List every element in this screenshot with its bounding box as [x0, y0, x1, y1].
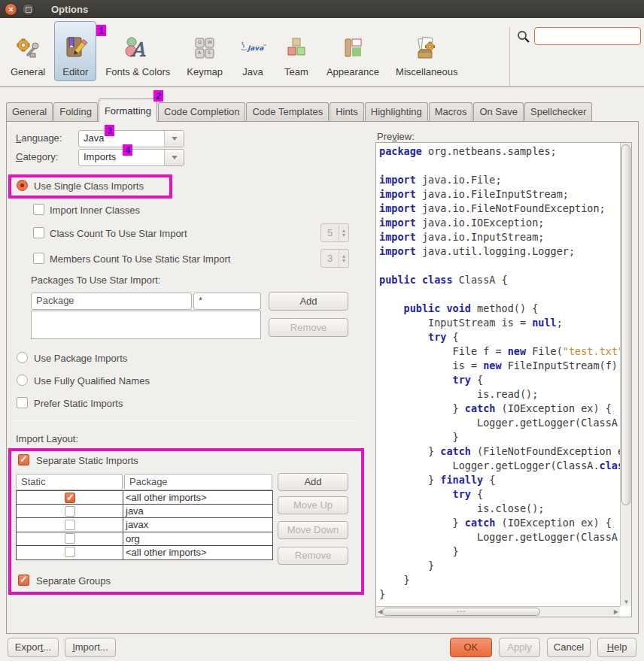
package-add-button[interactable]: Add	[269, 292, 348, 311]
export-button[interactable]: Export...	[8, 638, 59, 657]
use-single-class-imports-radio[interactable]	[17, 180, 28, 191]
tab-formatting[interactable]: Formatting	[99, 99, 157, 122]
table-row[interactable]: <all other imports>	[17, 546, 272, 559]
tab-highlighting[interactable]: Highlighting	[365, 102, 428, 122]
class-count-checkbox[interactable]	[33, 227, 44, 238]
table-row[interactable]: javax	[17, 518, 272, 532]
tab-macros[interactable]: Macros	[429, 102, 473, 122]
code-line: } catch (FileNotFoundException ex) {	[379, 444, 620, 459]
apply-button[interactable]: Apply	[499, 638, 540, 657]
chevron-down-icon	[164, 131, 184, 147]
vertical-scroll-thumb[interactable]	[621, 144, 630, 505]
code-line	[379, 287, 620, 302]
horizontal-scroll-thumb[interactable]	[382, 608, 540, 616]
general-icon	[14, 35, 41, 62]
vertical-scrollbar[interactable]: ▲ ▼	[620, 143, 631, 606]
ok-button[interactable]: OK	[450, 638, 492, 657]
search-input[interactable]	[534, 27, 641, 45]
static-checkbox[interactable]	[65, 533, 75, 544]
spinner-arrows-icon[interactable]: ▲▼	[339, 250, 348, 267]
code-line: }	[379, 544, 620, 559]
class-count-spinner[interactable]: 5 ▲▼	[320, 223, 349, 242]
static-checkbox[interactable]	[65, 506, 75, 517]
scroll-down-icon[interactable]: ▼	[621, 599, 632, 605]
static-checkbox[interactable]	[65, 493, 75, 503]
spinner-arrows-icon[interactable]: ▲▼	[339, 224, 348, 241]
section-divider	[13, 420, 356, 421]
code-line: Logger.getLogger(ClassA.class	[379, 416, 620, 430]
package-remove-button[interactable]: Remove	[269, 318, 348, 337]
package-column-header[interactable]: Package	[124, 474, 272, 490]
members-count-spinner[interactable]: 3 ▲▼	[320, 249, 349, 268]
static-column-header[interactable]: Static	[16, 474, 123, 490]
static-checkbox[interactable]	[65, 520, 75, 530]
code-line: try {	[379, 330, 620, 344]
table-row[interactable]: java	[17, 505, 272, 518]
scroll-right-icon[interactable]: ▶	[614, 608, 618, 615]
tab-code-completion[interactable]: Code Completion	[158, 102, 245, 122]
star-column-header[interactable]: *	[193, 293, 261, 310]
category-appearance[interactable]: Appearance	[319, 21, 387, 81]
import-button[interactable]: Import...	[65, 638, 116, 657]
package-cell: <all other imports>	[123, 491, 272, 504]
team-icon	[283, 35, 310, 62]
layout-move-up-button[interactable]: Move Up	[278, 496, 348, 514]
tab-on-save[interactable]: On Save	[473, 102, 524, 122]
separate-groups-label: Separate Groups	[36, 575, 111, 587]
horizontal-scrollbar[interactable]: ◀ ▶	[376, 606, 620, 617]
table-row[interactable]: <all other imports>	[17, 491, 272, 505]
tab-code-templates[interactable]: Code Templates	[246, 102, 329, 122]
chevron-down-icon	[164, 150, 184, 165]
svg-text:™: ™	[263, 44, 266, 47]
preview-label: Preview:	[377, 131, 415, 142]
static-cell	[17, 518, 123, 531]
package-star-list[interactable]	[31, 311, 261, 339]
search-icon	[516, 29, 531, 47]
layout-remove-button[interactable]: Remove	[278, 547, 348, 565]
category-editor[interactable]: Editor	[54, 21, 96, 81]
code-line: }	[379, 430, 620, 444]
separate-groups-checkbox[interactable]	[18, 575, 29, 586]
layout-move-down-button[interactable]: Move Down	[278, 521, 348, 539]
tab-spellchecker[interactable]: Spellchecker	[524, 102, 592, 122]
tab-general[interactable]: General	[6, 102, 53, 122]
static-cell	[17, 491, 123, 504]
members-count-checkbox[interactable]	[33, 253, 44, 264]
code-line: try {	[379, 487, 620, 502]
tab-folding[interactable]: Folding	[53, 102, 98, 122]
dialog-footer: Export... Import... OK Apply Cancel Help	[0, 634, 644, 661]
table-row[interactable]: org	[17, 532, 272, 546]
category-team[interactable]: Team	[275, 21, 317, 81]
code-line: Logger.getLogger(ClassA.class	[379, 530, 620, 544]
window-maximize-button[interactable]	[22, 3, 35, 16]
code-line: File f = new File("test.txt");	[379, 344, 620, 359]
window-close-button[interactable]	[5, 3, 17, 16]
titlebar: Options	[0, 0, 644, 18]
cancel-button[interactable]: Cancel	[547, 638, 591, 657]
import-inner-classes-checkbox[interactable]	[33, 204, 44, 215]
misc-icon	[413, 35, 440, 62]
import-inner-classes-label: Import Inner Classes	[50, 205, 140, 216]
class-count-value: 5	[321, 224, 339, 241]
help-button[interactable]: Help	[597, 638, 636, 657]
editor-icon	[62, 35, 89, 62]
separate-static-imports-checkbox[interactable]	[18, 454, 29, 465]
static-checkbox[interactable]	[65, 547, 75, 557]
import-layout-label: Import Layout:	[16, 433, 78, 444]
package-column-header[interactable]: Package	[31, 293, 192, 310]
category-value: Imports	[79, 150, 164, 165]
category-misc[interactable]: Miscellaneous	[388, 21, 465, 81]
category-general[interactable]: General	[3, 21, 53, 81]
use-fully-qualified-names-radio[interactable]	[17, 374, 28, 386]
layout-add-button[interactable]: Add	[278, 473, 348, 491]
tab-hints[interactable]: Hints	[330, 102, 364, 122]
code-line: }	[379, 573, 620, 587]
prefer-static-imports-checkbox[interactable]	[17, 397, 28, 408]
language-label: Language:	[16, 132, 62, 144]
category-keymap[interactable]: QWASKeymap	[179, 21, 230, 81]
category-label: General	[11, 66, 45, 77]
use-package-imports-radio[interactable]	[17, 352, 28, 363]
code-line: } finally {	[379, 473, 620, 487]
category-fonts[interactable]: AFonts & Colors	[98, 21, 178, 81]
category-java[interactable]: Java™Java	[232, 21, 274, 81]
